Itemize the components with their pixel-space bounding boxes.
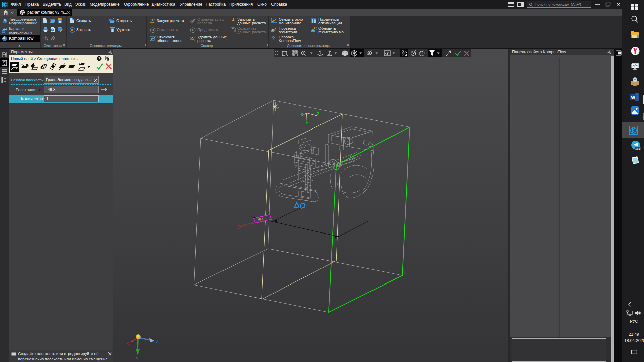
svg-text:Z: Z <box>317 112 319 116</box>
svg-text:..61: ..61 <box>635 147 640 150</box>
svg-text:Z: Z <box>156 339 159 344</box>
svg-text:Y: Y <box>306 121 308 125</box>
svg-text:W: W <box>631 95 635 100</box>
svg-text:X: X <box>126 341 129 346</box>
svg-text:X: X <box>301 112 303 116</box>
svg-text:Y: Y <box>135 356 139 361</box>
svg-text:012: 012 <box>150 18 155 22</box>
svg-text:?: ? <box>98 57 100 61</box>
